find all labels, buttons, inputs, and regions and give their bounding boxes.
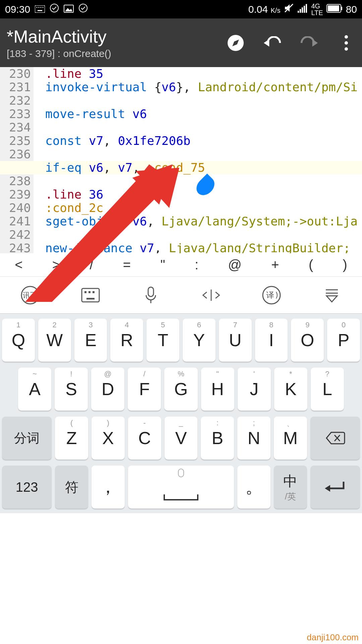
key-m[interactable]: 、M <box>274 417 307 460</box>
net-type-label: 4GLTE <box>311 3 323 16</box>
backspace-key[interactable] <box>310 417 360 460</box>
status-time: 09:30 <box>5 4 30 15</box>
code-line[interactable]: :cond_2c <box>45 201 362 215</box>
code-line[interactable] <box>45 121 362 134</box>
key-i[interactable]: 8I <box>255 319 288 362</box>
svg-rect-34 <box>93 291 95 293</box>
code-line[interactable] <box>45 148 362 161</box>
key-r[interactable]: 4R <box>110 319 143 362</box>
key-w[interactable]: 2W <box>38 319 71 362</box>
code-line[interactable] <box>45 228 362 241</box>
battery-icon <box>326 4 343 15</box>
space-key[interactable] <box>128 466 234 508</box>
code-line[interactable]: move-result v6 <box>45 107 362 121</box>
svg-point-4 <box>43 7 44 8</box>
svg-point-2 <box>39 7 40 8</box>
ime-logo-icon[interactable]: 讯飞 <box>20 285 40 305</box>
shift-key[interactable]: 分词 <box>2 417 52 460</box>
svg-text:讯飞: 讯飞 <box>23 291 38 300</box>
svg-rect-46 <box>178 469 184 477</box>
cursor-move-icon[interactable] <box>201 285 221 305</box>
svg-rect-0 <box>35 5 45 13</box>
key-z[interactable]: (Z <box>55 417 88 460</box>
key-q[interactable]: 1Q <box>2 319 35 362</box>
symbol-key[interactable]: " <box>160 257 165 272</box>
check-status-icon-2 <box>78 3 88 15</box>
svg-marker-47 <box>325 485 330 492</box>
code-line[interactable]: invoke-virtual {v6}, Landroid/content/pm… <box>45 80 362 94</box>
key-t[interactable]: 5T <box>146 319 179 362</box>
key-p[interactable]: 0P <box>327 319 360 362</box>
code-line[interactable] <box>45 94 362 107</box>
symbol-key[interactable]: > <box>52 257 60 272</box>
file-subtitle: [183 - 379] : onCreate() <box>7 48 226 59</box>
key-f[interactable]: /F <box>128 368 161 411</box>
svg-rect-13 <box>302 7 303 13</box>
line-number: 233 <box>0 107 31 121</box>
svg-rect-35 <box>86 298 95 300</box>
code-body[interactable]: .line 35invoke-virtual {v6}, Landroid/co… <box>34 67 362 253</box>
code-line[interactable]: sget-object v6, Ljava/lang/System;->out:… <box>45 215 362 228</box>
code-line[interactable]: new-instance v7, Ljava/lang/StringBuilde… <box>45 241 362 253</box>
svg-point-25 <box>345 47 348 51</box>
ime-toolbar: 讯飞 译 <box>0 277 362 314</box>
key-。[interactable]: 。 <box>237 466 270 508</box>
svg-text:译: 译 <box>266 290 274 300</box>
key-n[interactable]: ;N <box>237 417 270 460</box>
svg-rect-12 <box>300 9 301 13</box>
watermark-text: danji100.com <box>307 632 359 643</box>
key-l[interactable]: ?L <box>311 368 344 411</box>
key-x[interactable]: )X <box>92 417 125 460</box>
svg-point-6 <box>50 4 58 12</box>
key-j[interactable]: 'J <box>238 368 271 411</box>
symbol-key[interactable]: ) <box>343 257 347 272</box>
symbol-key[interactable]: < <box>15 257 22 272</box>
key-row-4: 123符，。中/英 <box>2 466 360 508</box>
key-h[interactable]: "H <box>201 368 234 411</box>
enter-key[interactable] <box>310 466 360 508</box>
key-s[interactable]: !S <box>55 368 88 411</box>
line-number: 240 <box>0 201 31 215</box>
translate-icon[interactable]: 译 <box>261 285 282 305</box>
key-d[interactable]: @D <box>91 368 124 411</box>
code-line[interactable]: const v7, 0x1fe7206b <box>45 134 362 148</box>
line-number: 243 <box>0 241 31 253</box>
code-line[interactable]: if-eq v6, v7, :cond_75 <box>0 161 362 174</box>
key-y[interactable]: 6Y <box>183 319 216 362</box>
undo-icon[interactable] <box>263 34 282 52</box>
key-a[interactable]: ~A <box>18 368 51 411</box>
voice-input-icon[interactable] <box>141 285 161 305</box>
key-c[interactable]: -C <box>128 417 161 460</box>
symbols-key[interactable]: 符 <box>55 466 88 508</box>
code-editor[interactable]: 2302312322332342352362372382392402412422… <box>0 67 362 253</box>
redo-icon[interactable] <box>300 34 318 52</box>
svg-point-24 <box>345 41 348 45</box>
language-switch-key[interactable]: 中/英 <box>274 466 307 508</box>
overflow-menu-icon[interactable] <box>337 34 355 52</box>
key-，[interactable]: ， <box>92 466 125 508</box>
key-v[interactable]: _V <box>165 417 198 460</box>
symbol-key[interactable]: + <box>271 257 279 272</box>
key-u[interactable]: 7U <box>219 319 252 362</box>
line-number-gutter: 2302312322332342352362372382392402412422… <box>0 67 34 253</box>
symbol-key[interactable]: ( <box>309 257 313 272</box>
key-o[interactable]: 9O <box>291 319 324 362</box>
symbol-key[interactable]: @ <box>228 257 242 272</box>
symbol-key[interactable]: / <box>89 257 93 272</box>
status-right-group: 0.04 K/s 4GLTE 80 <box>248 3 357 16</box>
collapse-keyboard-icon[interactable] <box>322 285 342 305</box>
svg-rect-18 <box>341 7 342 10</box>
key-b[interactable]: :B <box>201 417 234 460</box>
svg-point-1 <box>37 7 38 8</box>
symbol-key[interactable]: : <box>195 257 198 272</box>
key-e[interactable]: 3E <box>74 319 107 362</box>
numeric-key[interactable]: 123 <box>2 466 52 508</box>
navigate-icon[interactable] <box>226 34 245 52</box>
line-number: 234 <box>0 121 31 134</box>
key-k[interactable]: *K <box>274 368 307 411</box>
key-g[interactable]: %G <box>164 368 197 411</box>
symbol-key[interactable]: = <box>123 257 131 272</box>
symbol-shortcut-row: <>/=":@+() <box>0 253 362 277</box>
keyboard-switch-icon[interactable] <box>80 285 101 305</box>
code-line[interactable]: .line 35 <box>45 67 362 80</box>
